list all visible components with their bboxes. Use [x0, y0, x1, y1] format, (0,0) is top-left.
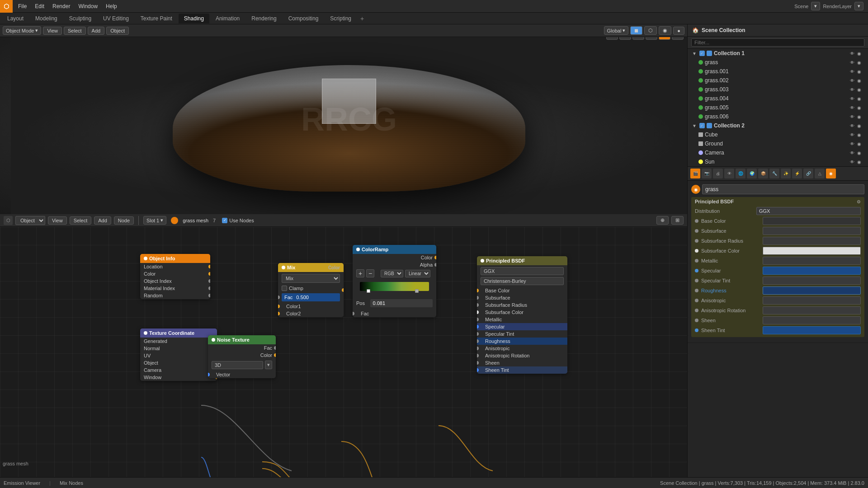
menu-window[interactable]: Window [75, 2, 101, 10]
grass006-item[interactable]: grass.006 👁 ◉ [688, 112, 868, 121]
pos-value-bar[interactable]: 0.081 [370, 299, 433, 307]
collection-filter-input[interactable] [691, 38, 864, 47]
viewport-shading-rendered[interactable]: ● [673, 27, 684, 35]
tab-scripting[interactable]: Scripting [325, 14, 357, 23]
node-colorramp[interactable]: ColorRamp Color Alpha + − RGB Linear [353, 245, 436, 317]
view-btn[interactable]: View [43, 27, 62, 35]
grass002-render[interactable]: ◉ [857, 78, 863, 83]
bsdf-metallic-value[interactable] [763, 257, 861, 265]
bsdf-sub-radius-value[interactable] [763, 237, 861, 245]
tab-compositing[interactable]: Compositing [283, 14, 324, 23]
node-select-btn[interactable]: Select [70, 216, 92, 225]
prop-icon-constraints[interactable]: 🔗 [803, 169, 813, 178]
cube-item[interactable]: Cube 👁 ◉ [688, 130, 868, 139]
collection-2[interactable]: ▼ ✓ Collection 2 👁 ◉ [688, 121, 868, 130]
colorramp-stop-0[interactable] [367, 289, 370, 293]
node-node-btn[interactable]: Node [114, 216, 134, 225]
tab-shading[interactable]: Shading [179, 14, 209, 23]
bsdf-specular-value[interactable] [763, 267, 861, 275]
grass005-item[interactable]: grass.005 👁 ◉ [688, 103, 868, 112]
prop-icon-output[interactable]: 🖨 [713, 169, 723, 178]
prop-icon-modifier[interactable]: 🔧 [769, 169, 779, 178]
bsdf-roughness-value[interactable] [763, 286, 861, 295]
ground-item[interactable]: Ground 👁 ◉ [688, 139, 868, 148]
grass002-item[interactable]: grass.002 👁 ◉ [688, 76, 868, 85]
tab-animation[interactable]: Animation [210, 14, 245, 23]
node-zoom-btn[interactable]: ⊕ [656, 216, 669, 225]
prop-icon-scene[interactable]: 🎬 [690, 169, 700, 178]
material-name-input[interactable] [702, 184, 864, 194]
grass003-eye[interactable]: 👁 [849, 86, 855, 93]
prop-icon-physics[interactable]: ⚡ [792, 169, 802, 178]
object-mode-dropdown[interactable]: Object Mode ▾ [3, 26, 41, 35]
prop-icon-render[interactable]: 📷 [702, 169, 712, 178]
node-object-info[interactable]: Object Info Location Color Object Index … [140, 254, 210, 299]
dist-value[interactable]: GGX [756, 207, 861, 215]
viewport-shading-material[interactable]: ◉ [659, 26, 671, 35]
node-grid-btn[interactable]: ⊞ [671, 216, 684, 225]
grass003-item[interactable]: grass.003 👁 ◉ [688, 85, 868, 94]
tab-layout[interactable]: Layout [2, 14, 29, 23]
tab-modeling[interactable]: Modeling [30, 14, 63, 23]
tab-rendering[interactable]: Rendering [246, 14, 282, 23]
global-dropdown[interactable]: Global ▾ [604, 26, 629, 35]
camera-item[interactable]: Camera 👁 ◉ [688, 148, 868, 157]
coll1-render[interactable]: ◉ [857, 51, 863, 56]
colorramp-remove-btn[interactable]: − [366, 269, 374, 277]
collection-1[interactable]: ▼ ✓ Collection 1 👁 ◉ [688, 49, 868, 58]
viewport-shading-solid[interactable]: ◼ [630, 26, 642, 35]
grass004-item[interactable]: grass.004 👁 ◉ [688, 94, 868, 103]
bsdf-settings[interactable]: ⚙ [857, 199, 861, 204]
node-principled-bsdf[interactable]: Principled BSDF GGX Christensen-Burley B… [477, 256, 567, 374]
node-noise-texture[interactable]: Noise Texture Fac Color 3D ▾ Vecto [208, 335, 276, 378]
distribution-select[interactable]: GGX [481, 267, 564, 275]
bsdf-sheen-value[interactable] [763, 316, 861, 324]
ground-render[interactable]: ◉ [857, 141, 863, 146]
prop-icon-object-data[interactable]: △ [815, 169, 825, 178]
coll2-eye[interactable]: 👁 [849, 122, 855, 129]
prop-icon-particles[interactable]: ✨ [781, 169, 791, 178]
bsdf-spec-tint-value[interactable] [763, 277, 861, 285]
prop-icon-view[interactable]: 👁 [724, 169, 734, 178]
prop-icon-scene2[interactable]: 🌐 [736, 169, 745, 178]
cube-eye[interactable]: 👁 [849, 131, 855, 138]
node-view-btn[interactable]: View [48, 216, 67, 225]
menu-help[interactable]: Help [102, 2, 121, 10]
node-mode-select[interactable]: Object [15, 216, 45, 225]
menu-edit[interactable]: Edit [31, 2, 48, 10]
menu-render[interactable]: Render [49, 2, 74, 10]
tab-uv-editing[interactable]: UV Editing [98, 14, 134, 23]
slot-dropdown[interactable]: Slot 1 ▾ [143, 216, 166, 225]
grass001-eye[interactable]: 👁 [849, 68, 855, 75]
noise-dim-select[interactable]: 3D [212, 361, 263, 369]
menu-file[interactable]: File [14, 2, 30, 10]
add-workspace-btn[interactable]: + [360, 15, 364, 22]
grass001-item[interactable]: grass.001 👁 ◉ [688, 67, 868, 76]
node-mix[interactable]: Mix Color Mix Clamp Fac 0.500 [278, 263, 344, 317]
colorramp-add-btn[interactable]: + [356, 269, 364, 277]
clamp-checkbox[interactable] [282, 286, 287, 291]
subsurface-method-select[interactable]: Christensen-Burley [481, 277, 564, 285]
viewport-canvas[interactable]: Path Tracing Sample 2/25 RRCG ⊞ ↗ 🔲 ◎ ▶ [0, 24, 687, 214]
grass004-eye[interactable]: 👁 [849, 95, 855, 102]
grass-item[interactable]: grass 👁 ◉ [688, 58, 868, 67]
camera-eye[interactable]: 👁 [849, 150, 855, 156]
add-btn[interactable]: Add [88, 27, 105, 35]
coll1-checkbox2[interactable] [707, 51, 712, 56]
coll2-checkbox[interactable]: ✓ [699, 123, 705, 128]
noise-dim-arrow[interactable]: ▾ [265, 361, 272, 369]
grass005-render[interactable]: ◉ [857, 105, 863, 110]
node-add-btn[interactable]: Add [94, 216, 111, 225]
viewport-shading-wire[interactable]: ⬡ [644, 26, 657, 35]
tab-sculpting[interactable]: Sculpting [64, 14, 97, 23]
grass002-eye[interactable]: 👁 [849, 77, 855, 84]
bsdf-aniso-value[interactable] [763, 296, 861, 305]
coll1-eye[interactable]: 👁 [849, 50, 855, 56]
coll2-checkbox2[interactable] [707, 123, 712, 128]
camera-render[interactable]: ◉ [857, 150, 863, 155]
grass004-render[interactable]: ◉ [857, 96, 863, 101]
grass003-render[interactable]: ◉ [857, 87, 863, 92]
object-btn[interactable]: Object [106, 27, 129, 35]
grass006-render[interactable]: ◉ [857, 114, 863, 119]
node-type-icon[interactable]: ⬡ [4, 216, 13, 225]
